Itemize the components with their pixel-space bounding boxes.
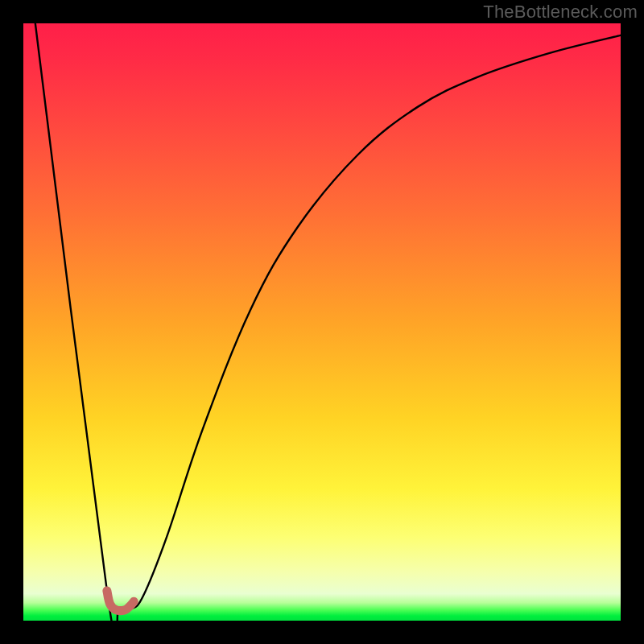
- plot-area: [23, 23, 621, 621]
- chart-frame: TheBottleneck.com: [0, 0, 644, 644]
- marker-salmon-path: [107, 591, 134, 611]
- curve-black-path: [35, 23, 621, 621]
- curve-layer: [23, 23, 621, 621]
- attribution-label: TheBottleneck.com: [483, 2, 638, 23]
